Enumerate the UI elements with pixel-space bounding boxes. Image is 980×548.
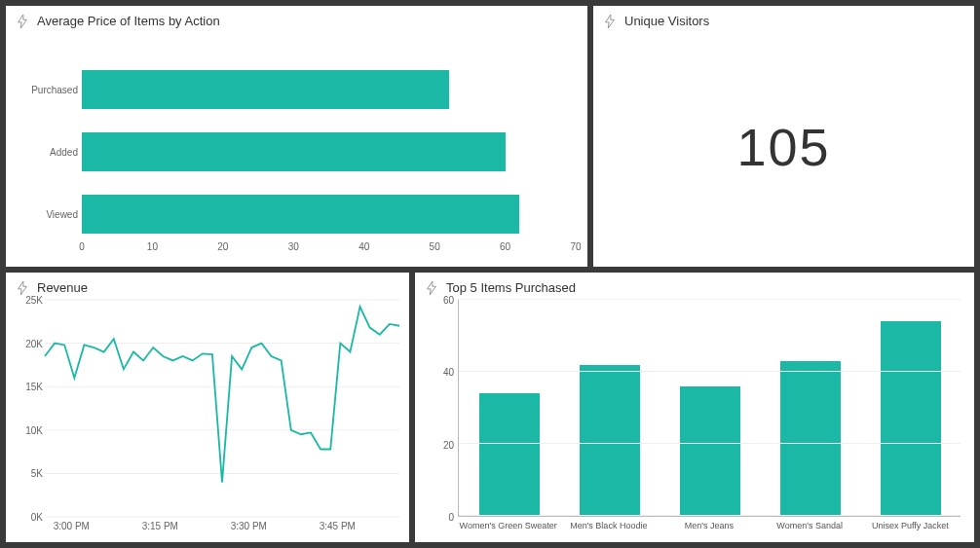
xaxis-tick: 3:30 PM [231, 521, 267, 531]
lightning-icon [16, 15, 29, 28]
yaxis-tick: 20K [25, 338, 43, 348]
tile-title: Unique Visitors [624, 14, 709, 28]
tile-header: Top 5 Items Purchased [425, 280, 964, 295]
yaxis-tick: 15K [25, 382, 43, 392]
vbar-yaxis: 0204060 [423, 300, 454, 517]
hbar-bar [82, 70, 449, 109]
hbar-row: Purchased [82, 70, 576, 109]
vbar-category-label: Men's Jeans [660, 521, 758, 536]
xaxis-tick: 3:15 PM [142, 521, 178, 531]
hbar-bar [82, 132, 506, 171]
hbar-chart: PurchasedAddedViewed [82, 64, 576, 239]
revenue-line [45, 307, 399, 482]
tile-header: Average Price of Items by Action [16, 14, 578, 28]
lightning-icon [16, 281, 29, 295]
vbar-chart [458, 300, 961, 517]
vbar-bar [881, 321, 941, 516]
xaxis-tick: 3:00 PM [54, 521, 90, 531]
vbar-category-label: Unisex Puffy Jacket [861, 521, 959, 536]
vbar-category-label: Women's Green Sweater [460, 521, 557, 536]
top5-tile: Top 5 Items Purchased 0204060 Women's Gr… [415, 273, 974, 542]
hbar-category-label: Added [23, 147, 78, 158]
revenue-tile: Revenue 0K5K10K15K20K25K 3:00 PM3:15 PM3… [6, 273, 409, 542]
hbar-category-label: Viewed [23, 209, 78, 220]
vbar-xaxis: Women's Green SweaterMen's Black HoodieM… [458, 521, 961, 536]
yaxis-tick: 5K [31, 468, 43, 479]
hbar-bar [82, 195, 519, 234]
hbar-row: Added [82, 132, 576, 171]
xaxis-tick: 50 [430, 241, 440, 252]
vbar-bar [780, 361, 841, 516]
hbar-category-label: Purchased [23, 85, 78, 95]
hbar-xaxis: 010203040506070 [82, 241, 576, 257]
lightning-icon [425, 281, 438, 295]
avg-price-tile: Average Price of Items by Action Purchas… [6, 6, 587, 267]
xaxis-tick: 20 [217, 241, 228, 252]
tile-title: Revenue [37, 280, 88, 295]
vbar-bar [680, 386, 740, 516]
line-chart [45, 300, 399, 517]
tile-title: Top 5 Items Purchased [446, 280, 576, 295]
lightning-icon [603, 15, 617, 28]
yaxis-tick: 60 [443, 295, 454, 306]
vbar-category-label: Women's Sandal [761, 521, 858, 536]
tile-title: Average Price of Items by Action [37, 14, 220, 28]
xaxis-tick: 3:45 PM [320, 521, 356, 531]
tile-header: Revenue [16, 280, 399, 295]
vbar-bar [580, 365, 640, 516]
kpi-body: 105 [603, 32, 964, 261]
vbar-bar [479, 393, 540, 516]
line-yaxis: 0K5K10K15K20K25K [10, 300, 43, 517]
line-xaxis: 3:00 PM3:15 PM3:30 PM3:45 PM [45, 521, 399, 534]
hbar-row: Viewed [82, 195, 576, 234]
yaxis-tick: 40 [443, 367, 454, 378]
yaxis-tick: 25K [25, 295, 43, 306]
vbar-category-label: Men's Black Hoodie [560, 521, 658, 536]
yaxis-tick: 0 [448, 512, 454, 523]
xaxis-tick: 60 [500, 241, 510, 252]
xaxis-tick: 10 [147, 241, 158, 252]
kpi-value: 105 [736, 117, 830, 177]
xaxis-tick: 0 [79, 241, 85, 252]
yaxis-tick: 0K [31, 512, 43, 523]
yaxis-tick: 20 [443, 439, 454, 450]
unique-visitors-tile: Unique Visitors 105 [593, 6, 974, 267]
xaxis-tick: 70 [570, 241, 581, 252]
xaxis-tick: 30 [288, 241, 299, 252]
xaxis-tick: 40 [358, 241, 369, 252]
yaxis-tick: 10K [25, 424, 43, 435]
tile-header: Unique Visitors [603, 14, 964, 28]
